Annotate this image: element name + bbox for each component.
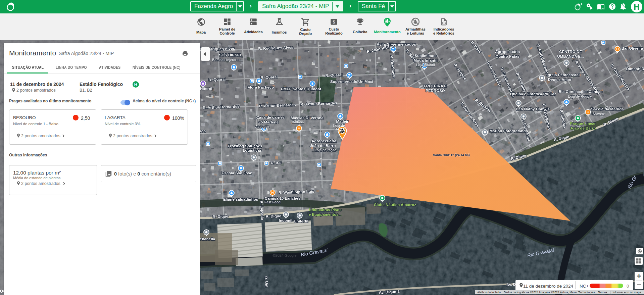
svg-text:Clube Náutico Albatroz: Clube Náutico Albatroz [374, 203, 416, 207]
svg-text:Italiana: Italiana [292, 120, 304, 124]
svg-text:João de Barro: João de Barro [570, 126, 596, 130]
svg-text:Incomil: Incomil [279, 218, 292, 223]
svg-text:EMEF Santos Dumont: EMEF Santos Dumont [281, 87, 321, 91]
svg-text:Dimcoff R: Dimcoff R [626, 67, 644, 71]
svg-text:Escola São José: Escola São José [222, 171, 252, 175]
svg-text:Uniquadras Pisos: Uniquadras Pisos [309, 208, 341, 212]
svg-text:Logísticas: Logísticas [243, 148, 262, 152]
svg-text:R. Iraí: R. Iraí [271, 160, 282, 165]
svg-text:Loja infantil: Loja infantil [416, 63, 435, 67]
svg-text:©2024 Google: ©2024 Google [273, 253, 296, 257]
svg-text:Supermercado UniMaxi: Supermercado UniMaxi [330, 80, 373, 84]
svg-text:UMBANDA E...: UMBANDA E... [557, 54, 584, 58]
svg-text:Moda Infantil: Moda Infantil [414, 58, 438, 62]
svg-text:R. Quaraí: R. Quaraí [208, 77, 226, 82]
svg-text:e Equipamentos...: e Equipamentos... [309, 212, 342, 216]
svg-text:vó Marlene: vó Marlene [258, 120, 279, 124]
svg-text:ebanella: ebanella [200, 237, 215, 241]
svg-text:R. Dique: R. Dique [212, 214, 228, 219]
svg-text:R. Dique: R. Dique [265, 214, 281, 218]
svg-text:R. Quaraí: R. Quaraí [260, 75, 278, 80]
svg-text:Sublimimos: Sublimimos [414, 54, 436, 58]
svg-text:$: $ [333, 19, 335, 24]
svg-text:Oficina e Estética PV Car: Oficina e Estética PV Car [510, 92, 556, 96]
svg-text:Ávila Supermercados: Ávila Supermercados [377, 42, 416, 46]
svg-text:PEDROSO: PEDROSO [426, 89, 445, 93]
svg-text:FRUTEIRA E: FRUTEIRA E [424, 84, 447, 88]
svg-text:Loja de Roupa: Loja de Roupa [568, 95, 591, 98]
svg-text:FroziLog Soluções: FroziLog Soluções [228, 144, 262, 148]
svg-text:Santa Cruz 12 (24,14 ha): Santa Cruz 12 (24,14 ha) [433, 153, 469, 157]
svg-text:João de Barro: João de Barro [310, 144, 336, 148]
svg-text:CENTRO DE: CENTRO DE [559, 50, 582, 54]
svg-text:Madeir: Madeir [336, 119, 349, 124]
svg-text:Camisa 10 Lanches: Camisa 10 Lanches [265, 196, 301, 200]
svg-text:Marlon Fotografando: Marlon Fotografando [490, 129, 528, 133]
svg-text:Quatro Patas: Quatro Patas [495, 54, 519, 58]
svg-text:Sorvete: Sorvete [593, 112, 605, 116]
svg-text:Casa de carnes: Casa de carnes [256, 115, 285, 119]
svg-text:Agropecuária: Agropecuária [495, 50, 520, 54]
svg-text:Parque Linear: Parque Linear [570, 121, 596, 126]
svg-text:Agropecuária: Agropecuária [311, 139, 337, 143]
svg-text:Igreja Pentecostal: Igreja Pentecostal [547, 73, 580, 77]
svg-text:R. Quaraí: R. Quaraí [325, 73, 343, 78]
svg-text:Deus e Amor: Deus e Amor [548, 78, 572, 82]
svg-text:Bombas Injetoras...: Bombas Injetoras... [212, 58, 243, 62]
svg-text:Loja de ração: Loja de ração [315, 148, 336, 152]
svg-text:Sacolé da Marilda: Sacolé da Marilda [591, 107, 624, 111]
svg-text:Unifertil: Unifertil [294, 219, 308, 223]
svg-text:Eliane salgadinhos: Eliane salgadinhos [223, 197, 258, 201]
svg-text:Massas Di Verona: Massas Di Verona [291, 116, 324, 120]
svg-text:Açougue: Açougue [255, 125, 270, 129]
svg-text:Bar Oliveira: Bar Oliveira [622, 46, 643, 50]
svg-text:SOS DIESEL: SOS DIESEL [219, 53, 242, 57]
svg-text:Fast Food: Fast Food [264, 200, 281, 204]
svg-text:Bia Confecções Canoas: Bia Confecções Canoas [558, 90, 602, 94]
svg-text:Flora Pacheco: Flora Pacheco [248, 85, 274, 89]
